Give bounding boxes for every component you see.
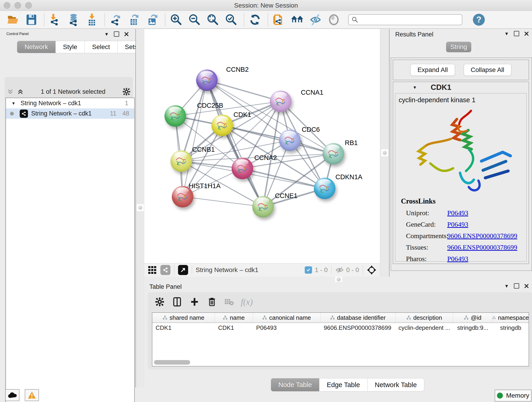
add-column-icon[interactable]: [189, 296, 200, 307]
results-panel-close-icon[interactable]: [524, 32, 529, 36]
collection-disclosure-icon[interactable]: ▼: [12, 101, 16, 105]
control-panel-float-icon[interactable]: [114, 32, 119, 37]
network-node-RB1[interactable]: [323, 143, 344, 165]
table-cell[interactable]: CDK1: [152, 323, 215, 332]
import-network-icon[interactable]: [48, 13, 62, 27]
home-species-icon[interactable]: [290, 13, 304, 27]
warning-status-button[interactable]: [25, 389, 39, 401]
column-header-canonical-name[interactable]: canonical name: [253, 313, 321, 322]
control-panel-menu-icon[interactable]: ▼: [104, 32, 109, 36]
save-session-icon[interactable]: [24, 13, 38, 27]
export-network-icon[interactable]: [109, 13, 123, 27]
column-header-database-identifier[interactable]: database identifier: [321, 313, 395, 322]
column-header--id[interactable]: @id: [453, 313, 492, 322]
table-cell[interactable]: cyclin-dependent ...: [395, 323, 453, 332]
control-tab-network[interactable]: Network: [17, 41, 56, 53]
protein-ribbon-thumb: [165, 105, 186, 127]
table-panel-menu-icon[interactable]: ▼: [504, 284, 509, 288]
hidden-eye-icon[interactable]: [335, 267, 344, 274]
network-options-gear-icon[interactable]: [122, 88, 131, 96]
string-import-icon[interactable]: [272, 13, 286, 27]
zoom-selected-icon[interactable]: [224, 13, 238, 27]
table-cell[interactable]: 9606.ENSP00000378699: [321, 323, 395, 332]
fit-selected-crosshair-icon[interactable]: [367, 265, 377, 275]
crosslink-link[interactable]: 9606.ENSP00000378699: [447, 232, 517, 240]
protein-ribbon-thumb: [270, 90, 291, 112]
zoom-in-icon[interactable]: [169, 13, 183, 27]
table-cell[interactable]: CDK1: [215, 323, 253, 332]
network-node-CCNB2[interactable]: [196, 70, 218, 91]
tab-edge-table[interactable]: Edge Table: [319, 378, 367, 391]
delete-table-icon[interactable]: [224, 296, 235, 307]
control-tab-select[interactable]: Select: [85, 41, 118, 53]
network-node-CDC6[interactable]: [279, 129, 301, 151]
network-canvas[interactable]: CCNB2 CCNA1 CDC25B CDK1 CDC6: [144, 29, 380, 263]
network-row[interactable]: String Network – cdk1 11 48: [6, 108, 134, 119]
table-panel-close-icon[interactable]: [524, 284, 529, 288]
network-node-CCNB1[interactable]: [171, 150, 192, 172]
expand-all-button[interactable]: Expand All: [410, 64, 455, 76]
table-cell[interactable]: P06493: [253, 323, 321, 332]
expand-all-icon[interactable]: [17, 88, 24, 95]
network-view-type-icon[interactable]: [160, 265, 171, 275]
import-table-icon[interactable]: [85, 13, 99, 27]
network-node-CCNA1[interactable]: [270, 90, 291, 112]
tab-string[interactable]: String: [446, 42, 471, 52]
crosslink-link[interactable]: P06493: [447, 255, 468, 263]
tab-node-table[interactable]: Node Table: [271, 378, 319, 391]
crosslink-link[interactable]: P06493: [447, 209, 468, 217]
table-cell[interactable]: stringdb:9...: [453, 323, 492, 332]
left-splitter[interactable]: [135, 29, 145, 387]
results-panel-float-icon[interactable]: [514, 31, 519, 36]
memory-button[interactable]: Memory: [495, 390, 532, 402]
network-node-CDC25B[interactable]: [165, 105, 186, 127]
cloud-status-button[interactable]: [5, 389, 19, 401]
entry-disclosure-icon[interactable]: ▼: [413, 85, 417, 89]
control-tab-style[interactable]: Style: [56, 41, 85, 53]
left-splitter-handle[interactable]: [136, 204, 144, 211]
network-edges: [144, 29, 380, 263]
refresh-icon[interactable]: [248, 13, 262, 27]
crosslink-label: Pharos:: [401, 255, 447, 263]
control-panel-close-icon[interactable]: [124, 32, 129, 36]
right-splitter[interactable]: [380, 29, 389, 277]
network-node-CDKN1A[interactable]: [314, 178, 336, 199]
export-image-icon[interactable]: [145, 13, 159, 27]
table-cell[interactable]: stringdb: [492, 323, 529, 332]
column-header-name[interactable]: name: [215, 313, 253, 322]
right-splitter-handle[interactable]: [381, 149, 389, 157]
help-icon[interactable]: ?: [473, 14, 485, 26]
import-network-database-icon[interactable]: [66, 13, 81, 27]
selected-checkbox-icon[interactable]: [305, 266, 312, 274]
delete-column-icon[interactable]: [206, 296, 217, 307]
crosslink-link[interactable]: 9606.ENSP00000378699: [447, 243, 517, 251]
export-table-icon[interactable]: [127, 13, 141, 27]
search-input[interactable]: [348, 14, 462, 25]
column-header-namespace[interactable]: namespace: [492, 313, 529, 322]
column-header-description[interactable]: description: [395, 313, 453, 322]
network-edge-count: 48: [122, 110, 129, 117]
zoom-fit-icon[interactable]: [206, 13, 220, 27]
zoom-out-icon[interactable]: [187, 13, 202, 27]
table-panel-float-icon[interactable]: [514, 283, 519, 288]
crosslink-link[interactable]: P06493: [447, 220, 468, 228]
results-panel-menu-icon[interactable]: ▼: [504, 32, 509, 36]
show-columns-icon[interactable]: [172, 296, 183, 307]
hide-selected-icon[interactable]: [308, 13, 323, 27]
network-collection-row[interactable]: ▼ String Network – cdk1 1: [6, 98, 134, 108]
table-gear-icon[interactable]: [154, 296, 165, 307]
collapse-all-icon[interactable]: [7, 88, 14, 95]
tab-network-table[interactable]: Network Table: [367, 378, 424, 391]
network-node-CCNE1[interactable]: [252, 196, 274, 217]
network-node-CCNA2[interactable]: [232, 158, 253, 179]
open-session-icon[interactable]: [6, 13, 20, 27]
network-node-CDK1[interactable]: [211, 115, 233, 136]
function-builder-icon[interactable]: f(x): [241, 296, 252, 307]
detach-view-icon[interactable]: [178, 265, 188, 275]
table-horizontal-scrollbar[interactable]: [154, 360, 190, 365]
column-header-shared-name[interactable]: shared name: [152, 313, 215, 322]
node-table[interactable]: shared name name canonical name database…: [152, 313, 529, 366]
show-all-icon[interactable]: [327, 13, 341, 27]
grid-view-icon[interactable]: [147, 265, 157, 275]
collapse-all-button[interactable]: Collapse All: [464, 64, 511, 76]
